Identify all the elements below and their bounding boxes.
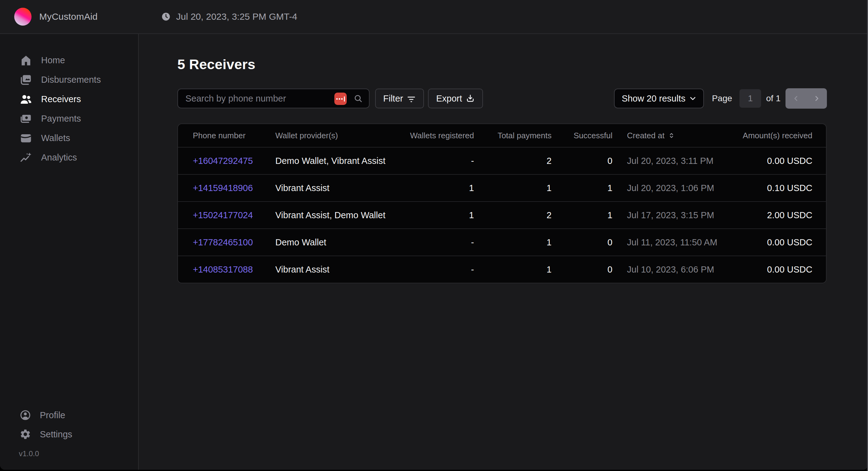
wallet-providers-cell: Vibrant Assist, Demo Wallet — [275, 210, 392, 221]
amount-received-cell: 0.00 USDC — [720, 237, 812, 247]
sidebar-item-analytics[interactable]: Analytics — [0, 148, 138, 167]
total-payments-cell: 1 — [474, 265, 552, 275]
header-phone-number: Phone number — [193, 131, 275, 140]
sidebar-item-profile[interactable]: Profile — [0, 406, 138, 425]
export-button[interactable]: Export — [428, 89, 483, 108]
sidebar-item-receivers[interactable]: Receivers — [0, 90, 138, 109]
phone-number-link[interactable]: +16047292475 — [193, 156, 275, 166]
page-count-label: of 1 — [766, 94, 780, 103]
wallets-icon — [20, 132, 32, 145]
total-payments-cell: 1 — [474, 183, 552, 193]
total-payments-cell: 2 — [474, 210, 552, 221]
total-payments-cell: 1 — [474, 237, 552, 247]
wallet-providers-cell: Demo Wallet — [275, 237, 392, 247]
wallets-registered-cell: 1 — [392, 183, 474, 193]
main-content: 5 Receivers Filter Export — [139, 34, 868, 470]
wallets-registered-cell: - — [392, 265, 474, 275]
sidebar-item-home[interactable]: Home — [0, 51, 138, 70]
previous-page-button[interactable] — [785, 88, 806, 109]
show-results-label: Show 20 results — [622, 94, 685, 104]
controls-row: Filter Export Show 20 results Page of 1 — [177, 88, 827, 109]
table-body: +16047292475 Demo Wallet, Vibrant Assist… — [178, 147, 826, 283]
sidebar-item-disbursements[interactable]: Disbursements — [0, 70, 138, 90]
sidebar-item-payments[interactable]: Payments — [0, 109, 138, 128]
amount-received-cell: 0.00 USDC — [720, 265, 812, 275]
header-total-payments: Total payments — [474, 131, 552, 140]
sidebar-footer-nav: Profile Settings — [0, 406, 138, 444]
wallet-providers-cell: Vibrant Assist — [275, 183, 392, 193]
total-payments-cell: 2 — [474, 156, 552, 166]
phone-number-link[interactable]: +14085317088 — [193, 265, 275, 275]
search-box — [177, 89, 370, 108]
header-wallets-registered: Wallets registered — [392, 131, 474, 140]
header-created-at: Created at — [613, 131, 720, 140]
successful-cell: 0 — [552, 237, 613, 247]
created-at-cell: Jul 11, 2023, 11:50 AM — [613, 237, 720, 247]
sidebar-nav: Home Disbursements Receivers Payments Wa… — [0, 51, 138, 167]
created-at-cell: Jul 20, 2023, 3:11 PM — [613, 156, 720, 166]
successful-cell: 0 — [552, 156, 613, 166]
chevron-right-icon — [813, 95, 821, 102]
export-button-label: Export — [436, 94, 462, 104]
clock-icon — [161, 12, 171, 22]
amount-received-cell: 0.00 USDC — [720, 156, 812, 166]
lastpass-icon[interactable] — [334, 93, 347, 105]
receivers-icon — [20, 93, 32, 106]
created-at-cell: Jul 10, 2023, 6:06 PM — [613, 265, 720, 275]
receivers-table: Phone number Wallet provider(s) Wallets … — [177, 124, 827, 283]
phone-number-link[interactable]: +14159418906 — [193, 183, 275, 193]
wallets-registered-cell: - — [392, 237, 474, 247]
wallets-registered-cell: - — [392, 156, 474, 166]
created-at-cell: Jul 20, 2023, 1:06 PM — [613, 183, 720, 193]
phone-number-link[interactable]: +15024177024 — [193, 210, 275, 221]
brand-wrap: MyCustomAid — [0, 8, 139, 26]
filter-button[interactable]: Filter — [375, 89, 424, 108]
sort-icon[interactable] — [668, 132, 676, 139]
wallet-providers-cell: Vibrant Assist — [275, 265, 392, 275]
topbar-datetime: Jul 20, 2023, 3:25 PM GMT-4 — [161, 11, 297, 22]
home-icon — [20, 54, 32, 67]
page-title: 5 Receivers — [177, 56, 827, 73]
successful-cell: 1 — [552, 183, 613, 193]
header-successful: Successful — [552, 131, 613, 140]
amount-received-cell: 2.00 USDC — [720, 210, 812, 221]
datetime-text: Jul 20, 2023, 3:25 PM GMT-4 — [176, 11, 297, 22]
sidebar-item-wallets[interactable]: Wallets — [0, 128, 138, 148]
table-row[interactable]: +14085317088 Vibrant Assist - 1 0 Jul 10… — [178, 256, 826, 283]
pagination-controls: Show 20 results Page of 1 — [614, 88, 827, 109]
sidebar: Home Disbursements Receivers Payments Wa… — [0, 34, 139, 470]
header-wallet-providers: Wallet provider(s) — [275, 131, 392, 140]
table-header-row: Phone number Wallet provider(s) Wallets … — [178, 124, 826, 147]
phone-number-link[interactable]: +17782465100 — [193, 237, 275, 247]
page-label: Page — [712, 94, 732, 103]
amount-received-cell: 0.10 USDC — [720, 183, 812, 193]
show-results-select[interactable]: Show 20 results — [614, 89, 704, 108]
wallet-providers-cell: Demo Wallet, Vibrant Assist — [275, 156, 392, 166]
brand-name: MyCustomAid — [39, 11, 98, 22]
profile-icon — [20, 409, 31, 421]
chevron-down-icon — [688, 94, 697, 103]
successful-cell: 0 — [552, 265, 613, 275]
topbar: MyCustomAid Jul 20, 2023, 3:25 PM GMT-4 — [0, 0, 868, 34]
next-page-button[interactable] — [806, 88, 827, 109]
sidebar-bottom: Profile Settings v1.0.0 — [0, 406, 138, 470]
download-icon — [466, 94, 475, 103]
table-row[interactable]: +16047292475 Demo Wallet, Vibrant Assist… — [178, 147, 826, 174]
chevron-left-icon — [792, 95, 800, 102]
table-row[interactable]: +17782465100 Demo Wallet - 1 0 Jul 11, 2… — [178, 228, 826, 256]
pager — [785, 88, 827, 109]
filter-button-label: Filter — [383, 94, 403, 104]
successful-cell: 1 — [552, 210, 613, 221]
filter-icon — [407, 94, 416, 103]
sidebar-item-settings[interactable]: Settings — [0, 425, 138, 444]
disbursements-icon — [20, 73, 32, 87]
analytics-icon — [20, 151, 32, 164]
app-version: v1.0.0 — [0, 444, 138, 458]
search-icon — [353, 94, 363, 103]
page-number-input[interactable] — [740, 89, 761, 108]
table-row[interactable]: +15024177024 Vibrant Assist, Demo Wallet… — [178, 201, 826, 228]
created-at-cell: Jul 17, 2023, 3:15 PM — [613, 210, 720, 221]
app-logo — [14, 8, 32, 26]
table-row[interactable]: +14159418906 Vibrant Assist 1 1 1 Jul 20… — [178, 174, 826, 201]
header-amounts-received: Amount(s) received — [720, 131, 812, 140]
